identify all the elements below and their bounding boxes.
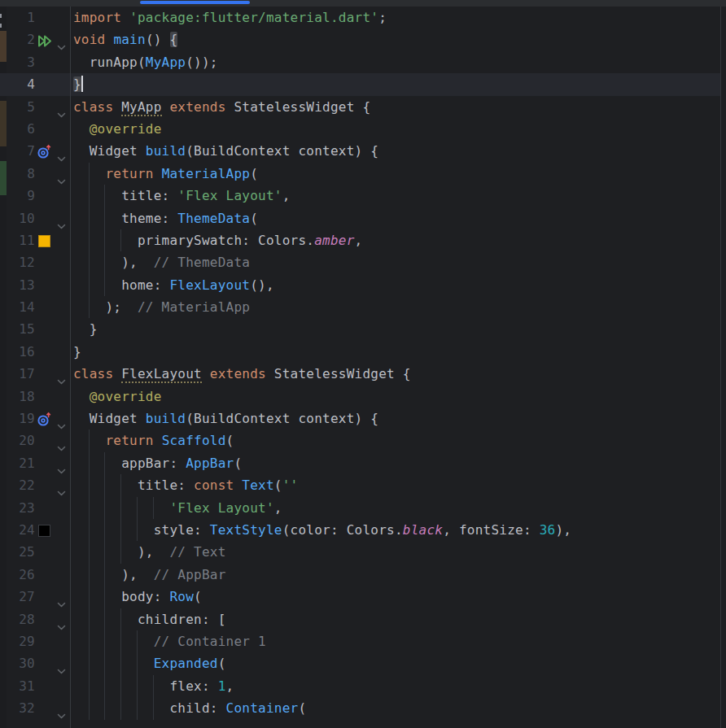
- code-text[interactable]: ), // AppBar: [71, 564, 720, 586]
- run-icon[interactable]: [37, 33, 53, 47]
- line-number[interactable]: 12: [0, 251, 35, 273]
- line-number[interactable]: 10: [0, 207, 35, 229]
- code-text[interactable]: 'Flex Layout',: [71, 497, 720, 519]
- line-number[interactable]: 17: [0, 363, 35, 385]
- line-number[interactable]: 31: [0, 675, 35, 697]
- code-text[interactable]: child: Container(: [71, 697, 720, 719]
- line-number[interactable]: 14: [0, 296, 35, 318]
- overrides-method-icon[interactable]: [37, 144, 53, 159]
- code-line[interactable]: 20 return Scaffold(: [0, 429, 720, 451]
- chevron-down-icon[interactable]: [56, 147, 68, 155]
- code-line[interactable]: 10 theme: ThemeData(: [0, 207, 720, 229]
- code-line[interactable]: 3 runApp(MyApp());: [0, 51, 720, 73]
- code-text[interactable]: }: [71, 73, 720, 95]
- code-line[interactable]: 21 appBar: AppBar(: [0, 452, 720, 474]
- chevron-down-icon[interactable]: [56, 437, 68, 445]
- code-line[interactable]: 6 @override: [0, 118, 720, 140]
- code-text[interactable]: home: FlexLayout(),: [71, 274, 720, 296]
- code-line[interactable]: 13 home: FlexLayout(),: [0, 274, 720, 296]
- chevron-down-icon[interactable]: [56, 215, 68, 223]
- chevron-down-icon[interactable]: [56, 482, 68, 490]
- line-number[interactable]: 13: [0, 274, 35, 296]
- code-line[interactable]: 32 child: Container(: [0, 697, 720, 719]
- code-line[interactable]: 11 primarySwatch: Colors.amber,: [0, 229, 720, 251]
- code-line[interactable]: 14 ); // MaterialApp: [0, 296, 720, 318]
- code-line[interactable]: 1import 'package:flutter/material.dart';: [0, 7, 720, 28]
- line-number[interactable]: 5: [0, 96, 35, 118]
- code-text[interactable]: ), // Text: [71, 541, 720, 563]
- code-line[interactable]: 23 'Flex Layout',: [0, 497, 720, 519]
- code-line[interactable]: 29 // Container 1: [0, 630, 720, 652]
- chevron-down-icon[interactable]: [56, 616, 68, 624]
- line-number[interactable]: 25: [0, 541, 35, 563]
- line-number[interactable]: 19: [0, 408, 35, 429]
- code-text[interactable]: }: [71, 341, 720, 363]
- code-text[interactable]: theme: ThemeData(: [71, 207, 720, 229]
- code-line[interactable]: 4}: [0, 73, 720, 95]
- chevron-down-icon[interactable]: [56, 460, 68, 468]
- code-text[interactable]: class FlexLayout extends StatelessWidget…: [71, 363, 720, 385]
- code-line[interactable]: 18 @override: [0, 386, 720, 408]
- line-number[interactable]: 6: [0, 118, 35, 140]
- code-text[interactable]: appBar: AppBar(: [71, 452, 720, 474]
- active-tab-indicator[interactable]: [140, 1, 250, 4]
- overrides-method-icon[interactable]: [37, 412, 53, 426]
- code-text[interactable]: return MaterialApp(: [71, 163, 720, 185]
- line-number[interactable]: 1: [0, 7, 35, 28]
- line-number[interactable]: 32: [0, 697, 35, 719]
- code-line[interactable]: 7 Widget build(BuildContext context) {: [0, 140, 720, 162]
- code-line[interactable]: 26 ), // AppBar: [0, 564, 720, 586]
- line-number[interactable]: 4: [0, 73, 35, 95]
- code-text[interactable]: }: [71, 318, 720, 340]
- code-text[interactable]: return Scaffold(: [71, 429, 720, 451]
- color-swatch[interactable]: [38, 235, 50, 247]
- line-number[interactable]: 21: [0, 452, 35, 474]
- line-number[interactable]: 22: [0, 474, 35, 496]
- code-text[interactable]: void main() {: [71, 28, 720, 50]
- line-number[interactable]: 2: [0, 28, 35, 50]
- code-text[interactable]: Widget build(BuildContext context) {: [71, 140, 720, 162]
- line-number[interactable]: 3: [0, 51, 35, 73]
- code-line[interactable]: 16}: [0, 341, 720, 363]
- code-line[interactable]: 30 Expanded(: [0, 652, 720, 674]
- code-line[interactable]: 25 ), // Text: [0, 541, 720, 563]
- code-text[interactable]: // Container 1: [71, 630, 720, 652]
- chevron-down-icon[interactable]: [56, 415, 68, 423]
- chevron-down-icon[interactable]: [56, 103, 68, 111]
- chevron-down-icon[interactable]: [56, 593, 68, 601]
- code-text[interactable]: Widget build(BuildContext context) {: [71, 408, 720, 429]
- code-text[interactable]: flex: 1,: [71, 675, 720, 697]
- code-text[interactable]: children: [: [71, 608, 720, 630]
- line-number[interactable]: 9: [0, 185, 35, 207]
- scrollbar-track[interactable]: [721, 7, 726, 728]
- chevron-down-icon[interactable]: [56, 704, 68, 713]
- line-number[interactable]: 8: [0, 163, 35, 185]
- code-text[interactable]: runApp(MyApp());: [71, 51, 720, 73]
- code-text[interactable]: Expanded(: [71, 652, 720, 674]
- code-line[interactable]: 12 ), // ThemeData: [0, 251, 720, 273]
- code-line[interactable]: 27 body: Row(: [0, 586, 720, 608]
- chevron-down-icon[interactable]: [56, 170, 68, 178]
- code-line[interactable]: 2void main() {: [0, 28, 720, 50]
- color-swatch[interactable]: [38, 525, 50, 537]
- code-line[interactable]: 8 return MaterialApp(: [0, 163, 720, 185]
- code-text[interactable]: @override: [71, 118, 720, 140]
- code-text[interactable]: ), // ThemeData: [71, 251, 720, 273]
- line-number[interactable]: 27: [0, 586, 35, 608]
- line-number[interactable]: 23: [0, 497, 35, 519]
- code-text[interactable]: title: 'Flex Layout',: [71, 185, 720, 207]
- code-text[interactable]: class MyApp extends StatelessWidget {: [71, 96, 720, 118]
- code-text[interactable]: body: Row(: [71, 586, 720, 608]
- code-line[interactable]: 19 Widget build(BuildContext context) {: [0, 408, 720, 429]
- line-number[interactable]: 28: [0, 608, 35, 630]
- code-text[interactable]: ); // MaterialApp: [71, 296, 720, 318]
- line-number[interactable]: 20: [0, 429, 35, 451]
- code-line[interactable]: 17class FlexLayout extends StatelessWidg…: [0, 363, 720, 385]
- code-text[interactable]: title: const Text('': [71, 474, 720, 496]
- chevron-down-icon[interactable]: [56, 36, 68, 44]
- chevron-down-icon[interactable]: [56, 660, 68, 668]
- line-number[interactable]: 24: [0, 519, 35, 541]
- code-text[interactable]: style: TextStyle(color: Colors.black, fo…: [71, 519, 720, 541]
- line-number[interactable]: 29: [0, 630, 35, 652]
- chevron-down-icon[interactable]: [56, 370, 68, 378]
